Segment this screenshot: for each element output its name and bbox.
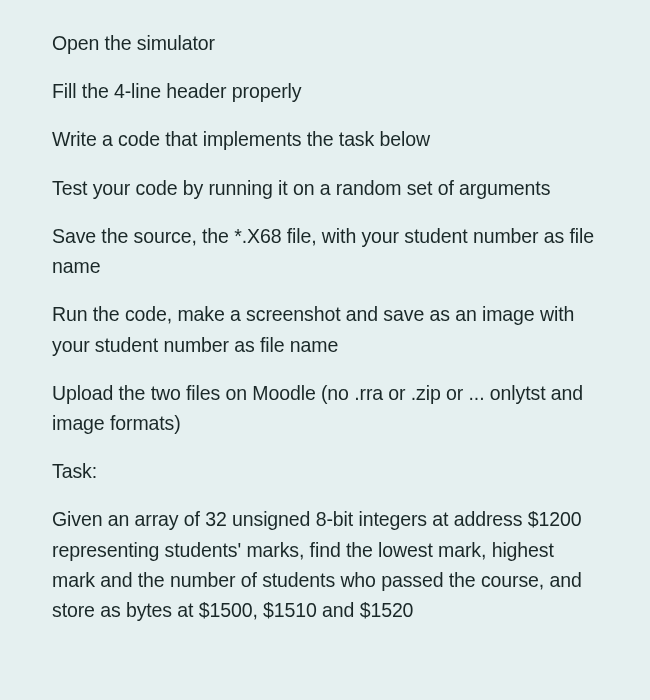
task-description: Given an array of 32 unsigned 8-bit inte… [52,504,602,625]
instruction-step: Save the source, the *.X68 file, with yo… [52,221,602,281]
instruction-step: Upload the two files on Moodle (no .rra … [52,378,602,438]
instruction-step: Open the simulator [52,28,602,58]
instruction-step: Fill the 4-line header properly [52,76,602,106]
instruction-step: Write a code that implements the task be… [52,124,602,154]
instruction-step: Run the code, make a screenshot and save… [52,299,602,359]
instruction-step: Test your code by running it on a random… [52,173,602,203]
task-heading: Task: [52,456,602,486]
